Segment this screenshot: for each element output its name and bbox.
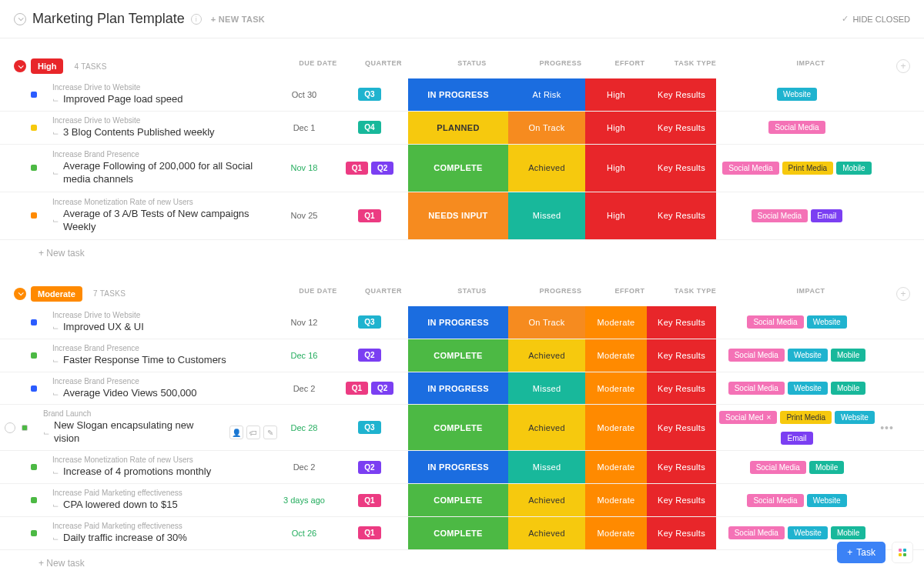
impact-tag[interactable]: Website: [788, 349, 828, 362]
task-title[interactable]: Average Video Views 500,000: [63, 387, 196, 400]
progress-cell[interactable]: Missed: [508, 451, 585, 483]
progress-cell[interactable]: Missed: [508, 372, 585, 405]
quarter-cell[interactable]: Q1: [331, 484, 408, 516]
status-square[interactable]: [31, 497, 37, 503]
task-row[interactable]: Increase Brand Presence ⌙Average Video V…: [0, 372, 924, 405]
task-row[interactable]: Increase Brand Presence ⌙Average Followi…: [0, 145, 924, 192]
task-type-cell[interactable]: Key Results: [647, 306, 716, 339]
effort-cell[interactable]: Moderate: [585, 405, 647, 450]
effort-cell[interactable]: High: [585, 112, 647, 144]
task-type-cell[interactable]: Key Results: [647, 78, 716, 111]
quarter-tag[interactable]: Q2: [358, 461, 380, 474]
effort-cell[interactable]: High: [585, 192, 647, 239]
task-type-cell[interactable]: Key Results: [647, 372, 716, 405]
task-title[interactable]: Daily traffic increase of 30%: [63, 532, 187, 545]
impact-tag[interactable]: Social Media: [728, 349, 785, 362]
task-type-cell[interactable]: Key Results: [647, 405, 716, 450]
quarter-tag[interactable]: Q1: [346, 162, 368, 175]
progress-cell[interactable]: Achieved: [508, 339, 585, 372]
impact-tag[interactable]: Social Med: [719, 411, 777, 424]
task-row[interactable]: Increase Monetization Rate of new Users …: [0, 192, 924, 240]
impact-cell[interactable]: Social MedPrint MediaWebsiteEmail: [716, 405, 878, 450]
due-date[interactable]: Dec 28: [277, 405, 331, 450]
progress-cell[interactable]: At Risk: [508, 78, 585, 111]
impact-tag[interactable]: Print Media: [780, 411, 832, 424]
quarter-cell[interactable]: Q1: [331, 517, 408, 549]
effort-cell[interactable]: High: [585, 145, 647, 192]
task-title[interactable]: 3 Blog Contents Published weekly: [63, 126, 215, 139]
impact-tag[interactable]: Social Media: [750, 461, 806, 474]
task-row[interactable]: Increase Paid Marketing effectiveness ⌙D…: [0, 517, 924, 550]
effort-cell[interactable]: Moderate: [585, 306, 647, 339]
impact-tag[interactable]: Website: [777, 88, 817, 101]
status-square[interactable]: [31, 530, 37, 536]
quarter-tag[interactable]: Q3: [358, 315, 380, 329]
due-date[interactable]: Nov 25: [277, 192, 331, 239]
impact-cell[interactable]: Social MediaEmail: [716, 192, 878, 239]
effort-cell[interactable]: Moderate: [585, 451, 647, 483]
impact-tag[interactable]: Social Media: [752, 209, 808, 222]
col-progress[interactable]: PROGRESS: [522, 287, 599, 301]
task-type-cell[interactable]: Key Results: [647, 192, 716, 239]
task-type-cell[interactable]: Key Results: [647, 451, 716, 483]
quarter-tag[interactable]: Q4: [358, 121, 380, 134]
assign-button[interactable]: 👤: [229, 425, 243, 439]
status-square[interactable]: [22, 425, 28, 431]
task-title[interactable]: New Slogan encapsulating new vision: [54, 419, 220, 446]
col-progress[interactable]: PROGRESS: [522, 59, 599, 73]
due-date[interactable]: 3 days ago: [277, 484, 331, 516]
task-row[interactable]: Increase Monetization Rate of new Users …: [0, 451, 924, 484]
impact-tag[interactable]: Website: [807, 315, 847, 329]
group-collapse-toggle[interactable]: [14, 60, 26, 72]
col-due-date[interactable]: DUE DATE: [291, 59, 345, 73]
quarter-tag[interactable]: Q1: [358, 526, 380, 539]
task-type-cell[interactable]: Key Results: [647, 484, 716, 516]
new-task-button[interactable]: + NEW TASK: [211, 15, 265, 24]
apps-grid-button[interactable]: [892, 542, 913, 563]
quarter-cell[interactable]: Q3: [331, 405, 408, 450]
collapse-all-toggle[interactable]: [14, 13, 26, 25]
task-row[interactable]: Increase Drive to Website ⌙3 Blog Conten…: [0, 112, 924, 145]
quarter-cell[interactable]: Q3: [331, 78, 408, 111]
task-row[interactable]: Increase Drive to Website ⌙Improved UX &…: [0, 306, 924, 339]
progress-cell[interactable]: Achieved: [508, 517, 585, 549]
impact-tag[interactable]: Mobile: [831, 349, 865, 362]
effort-cell[interactable]: Moderate: [585, 372, 647, 405]
quarter-tag[interactable]: Q1: [358, 209, 380, 222]
due-date[interactable]: Nov 18: [277, 145, 331, 192]
quarter-tag[interactable]: Q3: [358, 88, 380, 101]
impact-tag[interactable]: Mobile: [809, 461, 844, 474]
impact-tag[interactable]: Mobile: [831, 526, 865, 539]
status-cell[interactable]: In Progress: [408, 306, 508, 339]
impact-tag[interactable]: Website: [788, 382, 828, 395]
impact-tag[interactable]: Print Media: [782, 162, 834, 175]
task-title[interactable]: Average Following of 200,000 for all Soc…: [63, 160, 277, 186]
quarter-cell[interactable]: Q1: [331, 192, 408, 239]
status-square[interactable]: [31, 212, 37, 219]
status-cell[interactable]: In Progress: [408, 372, 508, 405]
row-menu[interactable]: •••: [878, 405, 896, 450]
status-square[interactable]: [31, 165, 37, 171]
impact-tag[interactable]: Website: [788, 526, 828, 539]
quarter-tag[interactable]: Q2: [358, 349, 380, 362]
task-title[interactable]: Average of 3 A/B Tests of New campaigns …: [63, 208, 277, 234]
add-column-button[interactable]: +: [896, 59, 910, 73]
due-date[interactable]: Dec 1: [277, 112, 331, 144]
group-badge[interactable]: Moderate: [31, 286, 82, 302]
status-cell[interactable]: Complete: [408, 405, 508, 450]
add-column-button[interactable]: +: [896, 287, 910, 301]
status-cell[interactable]: Complete: [408, 484, 508, 516]
new-task-row[interactable]: + New task: [0, 240, 924, 266]
quarter-tag[interactable]: Q3: [358, 421, 380, 434]
col-impact[interactable]: IMPACT: [730, 287, 892, 301]
progress-cell[interactable]: On Track: [508, 112, 585, 144]
status-square[interactable]: [31, 319, 37, 325]
group-collapse-toggle[interactable]: [14, 288, 26, 300]
status-square[interactable]: [31, 385, 37, 392]
status-cell[interactable]: In Progress: [408, 451, 508, 483]
impact-cell[interactable]: Social MediaPrint MediaMobile: [716, 145, 878, 192]
col-status[interactable]: STATUS: [422, 59, 522, 73]
status-cell[interactable]: In Progress: [408, 78, 508, 111]
new-task-fab[interactable]: + Task: [837, 542, 886, 563]
impact-tag[interactable]: Mobile: [836, 162, 871, 175]
